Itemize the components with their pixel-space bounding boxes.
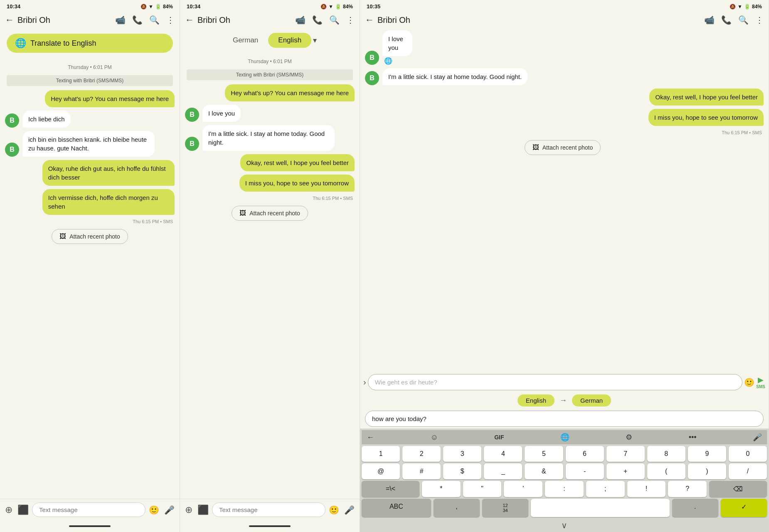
kb-key-1[interactable]: 1: [362, 446, 400, 462]
kb-key-3[interactable]: 3: [443, 446, 481, 462]
kb-key-hash[interactable]: #: [402, 463, 441, 479]
kb-key-question[interactable]: ?: [668, 481, 707, 497]
compose-placeholder[interactable]: Wie geht es dir heute?: [368, 374, 743, 390]
back-button-1[interactable]: ←: [5, 15, 14, 25]
attach-photo-button-1[interactable]: 🖼 Attach recent photo: [52, 229, 128, 244]
kb-mic-icon[interactable]: 🎤: [753, 433, 762, 442]
kb-key-abc[interactable]: ABC: [362, 499, 431, 517]
lang-selector-2: German English ▾: [180, 29, 360, 52]
emoji-icon-1[interactable]: 🙂: [149, 505, 159, 515]
emoji-icon-2[interactable]: 🙂: [329, 505, 339, 515]
keyboard-toolbar: ← ☺ GIF 🌐 ⚙ ••• 🎤: [362, 430, 767, 444]
more-icon-1[interactable]: ⋮: [166, 15, 175, 25]
phone-icon-3[interactable]: 📞: [721, 15, 732, 25]
avatar-p3-1: B: [365, 51, 379, 65]
kb-key-space[interactable]: [531, 499, 670, 517]
kb-key-5[interactable]: 5: [525, 446, 563, 462]
kb-key-star[interactable]: *: [422, 481, 461, 497]
top-bar-icons-3: 📹 📞 🔍 ⋮: [704, 15, 764, 25]
kb-key-7[interactable]: 7: [606, 446, 645, 462]
more-icon-2[interactable]: ⋮: [346, 15, 355, 25]
photo-icon-2: 🖼: [239, 209, 246, 217]
kb-key-dollar[interactable]: $: [443, 463, 481, 479]
text-input-2[interactable]: [212, 502, 325, 517]
bubble-recv-p3-2: I'm a little sick. I stay at home today.…: [382, 68, 527, 85]
search-icon-1[interactable]: 🔍: [149, 15, 160, 25]
table-row: B I'm a little sick. I stay at home toda…: [185, 125, 355, 151]
lang-from-button[interactable]: German: [223, 33, 268, 48]
kb-key-period[interactable]: .: [672, 499, 718, 517]
back-button-3[interactable]: ←: [365, 15, 374, 25]
compose-input-field[interactable]: how are you today?: [365, 411, 764, 427]
trans-lang-to[interactable]: German: [572, 394, 611, 406]
phone-icon-2[interactable]: 📞: [312, 15, 323, 25]
kb-key-2[interactable]: 2: [402, 446, 441, 462]
kb-key-dquote[interactable]: ": [463, 481, 502, 497]
kb-key-excl[interactable]: !: [627, 481, 666, 497]
sticker-icon-2[interactable]: ⬛: [197, 505, 209, 515]
compose-placeholder-text: Wie geht es dir heute?: [375, 379, 437, 386]
trans-lang-from[interactable]: English: [518, 394, 555, 406]
kb-settings-icon[interactable]: ⚙: [626, 433, 632, 442]
text-input-1[interactable]: [32, 502, 145, 517]
lang-to-button[interactable]: English: [268, 33, 311, 48]
kb-key-9[interactable]: 9: [688, 446, 726, 462]
input-right-icons-1: 🙂 🎤: [149, 505, 175, 515]
contact-name-2: Bribri Oh: [197, 15, 292, 25]
kb-key-dash[interactable]: -: [566, 463, 604, 479]
kb-key-at[interactable]: @: [362, 463, 400, 479]
chat-area-1: Thursday • 6:01 PM Texting with Bribri (…: [0, 58, 180, 499]
kb-key-squote[interactable]: ': [504, 481, 542, 497]
kb-key-4[interactable]: 4: [484, 446, 522, 462]
kb-key-comma[interactable]: ,: [434, 499, 480, 517]
translate-small-icon[interactable]: 🌐: [384, 57, 392, 65]
kb-key-enter[interactable]: ✓: [721, 499, 767, 517]
kb-key-1234[interactable]: 1234: [482, 499, 528, 517]
attach-photo-button-2[interactable]: 🖼 Attach recent photo: [232, 206, 308, 221]
kb-translate-icon[interactable]: 🌐: [560, 433, 569, 442]
send-button-3[interactable]: ▶ SMS: [756, 375, 765, 389]
kb-key-0[interactable]: 0: [729, 446, 767, 462]
kb-back-icon[interactable]: ←: [367, 433, 374, 442]
expand-icon[interactable]: ›: [363, 377, 366, 387]
search-icon-3[interactable]: 🔍: [738, 15, 749, 25]
kb-key-amp[interactable]: &: [525, 463, 563, 479]
kb-key-underscore[interactable]: _: [484, 463, 522, 479]
video-call-icon-2[interactable]: 📹: [295, 15, 306, 25]
bubble-sent-p2-3: I miss you, hope to see you tomorrow: [239, 175, 355, 192]
kb-key-plus[interactable]: +: [606, 463, 645, 479]
kb-key-lparen[interactable]: (: [647, 463, 685, 479]
video-call-icon-3[interactable]: 📹: [704, 15, 715, 25]
attach-photo-button-3[interactable]: 🖼 Attach recent photo: [525, 140, 601, 155]
add-icon-1[interactable]: ⊕: [5, 505, 12, 515]
time-2: 10:34: [187, 3, 200, 10]
phone-icon-1[interactable]: 📞: [132, 15, 143, 25]
more-icon-3[interactable]: ⋮: [755, 15, 764, 25]
emoji-icon-3[interactable]: 🙂: [744, 377, 754, 387]
msg-meta-1: Thu 6:15 PM • SMS: [5, 219, 175, 224]
kb-key-8[interactable]: 8: [647, 446, 685, 462]
kb-key-colon[interactable]: :: [545, 481, 584, 497]
back-button-2[interactable]: ←: [185, 15, 194, 25]
sticker-icon-1[interactable]: ⬛: [17, 505, 29, 515]
kb-key-rparen[interactable]: ): [688, 463, 726, 479]
kb-key-symbols[interactable]: =\<: [362, 481, 419, 497]
mic-icon-1[interactable]: 🎤: [164, 505, 175, 515]
kb-more-icon[interactable]: •••: [689, 433, 697, 442]
collapse-icon[interactable]: ∨: [561, 520, 567, 530]
search-icon-2[interactable]: 🔍: [329, 15, 340, 25]
kb-gif-icon[interactable]: GIF: [494, 434, 504, 441]
kb-key-semi[interactable]: ;: [586, 481, 625, 497]
table-row: B ich bin ein bisschen krank. ich bleibe…: [5, 131, 175, 157]
mic-icon-2[interactable]: 🎤: [344, 505, 355, 515]
kb-emoji-icon[interactable]: ☺: [430, 433, 438, 442]
translate-banner[interactable]: 🌐 Translate to English: [7, 34, 173, 53]
lang-dropdown-icon[interactable]: ▾: [313, 36, 317, 45]
kb-key-6[interactable]: 6: [566, 446, 604, 462]
kb-key-backspace[interactable]: ⌫: [709, 481, 767, 497]
kb-key-slash[interactable]: /: [729, 463, 767, 479]
video-call-icon-1[interactable]: 📹: [115, 15, 126, 25]
add-icon-2[interactable]: ⊕: [185, 505, 192, 515]
kb-number-row: 1 2 3 4 5 6 7 8 9 0: [362, 446, 767, 462]
table-row: Ich vermisse dich, hoffe dich morgen zu …: [5, 189, 175, 215]
